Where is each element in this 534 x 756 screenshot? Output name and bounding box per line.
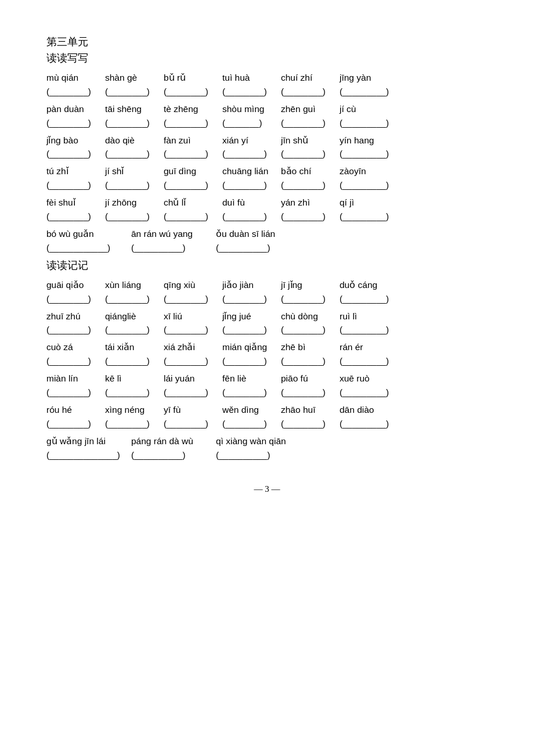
pinyin-text: piāo fú [281,372,336,386]
remember-section: guāi qiǎoxùn liángqīng xiùjiǎo jiànjī jǐ… [46,278,488,461]
pinyin-row: miàn línkē lìlái yuánfēn lièpiāo fúxuē r… [46,372,488,386]
blank-text: (________) [222,386,277,398]
blank-text: (________) [164,85,219,98]
blank-text: (________) [105,355,160,367]
pinyin-text: jí cù [340,102,395,117]
blank-text: (________) [164,117,219,129]
pinyin-row: mù qiánshàn gèbǔ rǔtuì huàchuí zhíjīng y… [46,71,488,85]
pinyin-row: fèi shuǐjí zhōngchǔ lǐduì fùyán zhìqí jì [46,196,488,210]
blank-text: (________) [281,117,336,129]
pinyin-text: qì xiàng wàn qiān [216,434,297,449]
blank-row: (________)(________)(________)(________)… [46,210,488,222]
pinyin-text: jī jǐng [281,278,336,293]
pinyin-text: jǐng jué [222,309,277,324]
blank-text: (________) [46,386,102,398]
pinyin-text: bǎo chí [281,164,336,179]
pinyin-text: chuāng lián [222,164,277,179]
pinyin-text: miàn lín [46,372,102,386]
pinyin-text: lái yuán [164,372,219,386]
blank-text: (_________) [340,417,395,430]
blank-text: (________) [164,147,219,160]
blank-text: (_________) [340,293,395,305]
blank-text: (________) [222,323,277,336]
pinyin-text: duǒ cáng [340,278,395,293]
blank-row: (________)(________)(________)(________)… [46,323,488,336]
pinyin-text: xìng néng [105,403,160,417]
blank-text: (________) [281,293,336,305]
pinyin-row: róu héxìng néngyī fùwěn dìngzhāo huīdān … [46,403,488,417]
pinyin-text: xuē ruò [340,372,395,386]
blank-text: (________) [164,386,219,398]
pinyin-text: bó wù guǎn [46,227,128,242]
blank-text: (________) [46,85,102,98]
blank-text: (________) [46,147,102,160]
blank-row: (________)(________)(________)(________)… [46,355,488,367]
pinyin-text: zhuī zhú [46,309,102,324]
blank-text: (________) [281,355,336,367]
pinyin-text: jǐng bào [46,134,102,148]
blank-text: (________) [281,85,336,98]
pinyin-row: tú zhǐjí shǐguī dìngchuāng liánbǎo chízà… [46,164,488,179]
pinyin-text: róu hé [46,403,102,417]
blank-text: (_______) [222,117,277,129]
pinyin-text: zàoyīn [340,164,395,179]
page-number: — 3 — [46,484,488,494]
pinyin-text: dào qiè [105,134,160,148]
pinyin-row: jǐng bàodào qièfàn zuìxián yíjīn shǔyín … [46,134,488,148]
blank-text: (_________) [340,210,395,222]
blank-text: (_________) [340,147,395,160]
blank-text: (_________) [340,179,395,191]
blank-text: (________) [105,323,160,336]
section2-title: 读读记记 [46,258,488,272]
blank-text: (________) [105,417,160,430]
pinyin-text: tái xiǎn [105,340,160,355]
blank-text: (________) [164,323,219,336]
blank-text: (________) [105,85,160,98]
blank-text: (__________) [216,242,297,254]
section1-title: 第三单元 [46,35,488,49]
pinyin-text: duì fù [222,196,277,210]
pinyin-text: xùn liáng [105,278,160,293]
pinyin-text: jí shǐ [105,164,160,179]
section1-sub: 读读写写 [46,51,488,65]
blank-text: (________) [164,293,219,305]
blank-text: (________) [281,417,336,430]
pinyin-text: wěn dìng [222,403,277,417]
pinyin-text: chù dòng [281,309,336,324]
blank-text: (_________) [340,386,395,398]
pinyin-text: ǒu duàn sī lián [216,227,297,242]
blank-text: (__________) [131,242,212,254]
blank-text: (________) [46,417,102,430]
blank-text: (________) [46,117,102,129]
pinyin-row: zhuī zhúqiánglièxī liújǐng juéchù dòngru… [46,309,488,324]
pinyin-text: guī dìng [164,164,219,179]
pinyin-text: yín hang [340,134,395,148]
blank-text: (__________) [216,449,297,461]
pinyin-text: zhē bì [281,340,336,355]
pinyin-text: mù qián [46,71,102,85]
blank-row: (________)(________)(________)(_______)(… [46,117,488,129]
pinyin-text: chǔ lǐ [164,196,219,210]
blank-row: (________)(________)(________)(________)… [46,179,488,191]
pinyin-text: jīng yàn [340,71,395,85]
blank-text: (________) [222,210,277,222]
pinyin-text: fàn zuì [164,134,219,148]
blank-text: (________) [281,323,336,336]
blank-text: (________) [46,323,102,336]
pinyin-text: yī fù [164,403,219,417]
blank-text: (________) [222,147,277,160]
blank-text: (_________) [340,85,395,98]
pinyin-text: tú zhǐ [46,164,102,179]
blank-text: (________) [46,179,102,191]
blank-row: (______________)(__________)(__________) [46,449,488,461]
pinyin-text: chuí zhí [281,71,336,85]
pinyin-text: shòu mìng [222,102,277,117]
blank-text: (_________) [340,355,395,367]
pinyin-text: ān rán wú yang [131,227,212,242]
pinyin-text: xián yí [222,134,277,148]
pinyin-text: shàn gè [105,71,160,85]
blank-text: (________) [222,85,277,98]
blank-row: (________)(________)(________)(________)… [46,293,488,305]
pinyin-text: kē lì [105,372,160,386]
pinyin-text: xiá zhǎi [164,340,219,355]
